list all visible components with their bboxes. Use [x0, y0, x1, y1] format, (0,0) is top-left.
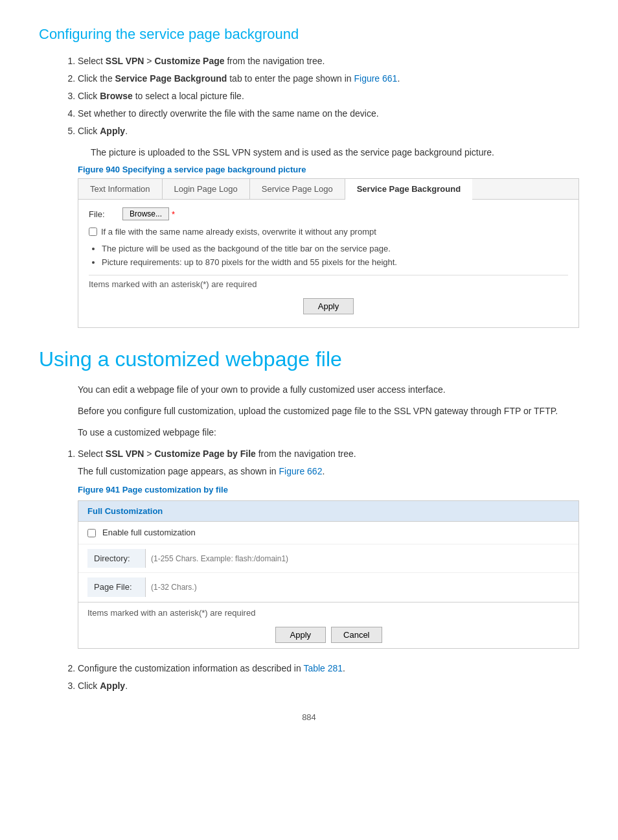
s2-step1-bold1: SSL VPN: [106, 449, 144, 459]
required-star: *: [172, 209, 175, 219]
cancel-button[interactable]: Cancel: [331, 627, 382, 643]
overwrite-checkbox-row: If a file with the same name already exi…: [89, 227, 568, 237]
fc-directory-inner: Directory:: [87, 549, 569, 568]
step1-5-result: The picture is uploaded to the SSL VPN s…: [91, 146, 579, 159]
s2-step1-sub: The full customization page appears, as …: [78, 465, 579, 478]
figure662-link[interactable]: Figure 662: [279, 466, 323, 476]
figure940-panel: Text Information Login Page Logo Service…: [78, 178, 579, 328]
panel-body: File: Browse... * If a file with the sam…: [78, 200, 578, 327]
overwrite-checkbox[interactable]: [89, 228, 97, 236]
step1-1-bold2: Customize Page: [154, 56, 224, 66]
tab-service-page-background[interactable]: Service Page Background: [345, 179, 472, 200]
section2-steps: Select SSL VPN > Customize Page by File …: [78, 447, 579, 649]
apply-button-1[interactable]: Apply: [303, 298, 354, 314]
to-use-label: To use a customized webpage file:: [78, 426, 579, 439]
fc-pagefile-label: Page File:: [87, 578, 146, 597]
figure940-label: Figure 940 Specifying a service page bac…: [78, 165, 579, 174]
fc-btn-row: Apply Cancel: [78, 623, 578, 648]
figure661-link[interactable]: Figure 661: [354, 73, 397, 84]
section1-title: Configuring the service page background: [39, 26, 579, 43]
fc-pagefile-input[interactable]: [146, 578, 569, 597]
s2-step1: Select SSL VPN > Customize Page by File …: [78, 447, 579, 649]
overwrite-label: If a file with the same name already exi…: [101, 227, 376, 237]
step1-3: Click Browse to select a local picture f…: [78, 89, 579, 103]
page-number: 884: [39, 712, 579, 722]
browse-button[interactable]: Browse...: [122, 207, 169, 220]
fc-pagefile-inner: Page File:: [87, 578, 569, 597]
step1-3-bold1: Browse: [100, 91, 133, 101]
file-label: File:: [89, 209, 115, 219]
apply-btn-row-1: Apply: [89, 294, 568, 320]
step1-1: Select SSL VPN > Customize Page from the…: [78, 54, 579, 68]
fc-pagefile-row: Page File:: [78, 573, 578, 602]
step1-2: Click the Service Page Background tab to…: [78, 72, 579, 86]
tab-login-page-logo[interactable]: Login Page Logo: [163, 179, 250, 199]
bullet-note-2: Picture requirements: up to 870 pixels f…: [102, 257, 568, 268]
fc-enable-checkbox[interactable]: [87, 529, 96, 537]
tab-text-information[interactable]: Text Information: [78, 179, 163, 199]
step1-2-bold1: Service Page Background: [115, 73, 227, 84]
s2-step1-bold2: Customize Page by File: [154, 449, 255, 459]
fc-directory-label: Directory:: [87, 549, 146, 568]
section2-steps-cont: Configure the customization information …: [78, 662, 579, 693]
step1-5-bold1: Apply: [100, 126, 125, 136]
section2-title: Using a customized webpage file: [39, 347, 579, 371]
s2-step2: Configure the customization information …: [78, 662, 579, 675]
required-note-1: Items marked with an asterisk(*) are req…: [89, 275, 568, 294]
fc-enable-label: Enable full customization: [102, 526, 196, 539]
required-note-2: Items marked with an asterisk(*) are req…: [78, 602, 578, 624]
table281-link[interactable]: Table 281: [303, 663, 343, 673]
file-row: File: Browse... *: [89, 207, 568, 220]
section2-para1: You can edit a webpage file of your own …: [78, 383, 579, 397]
fc-enable-row: Enable full customization: [78, 522, 578, 544]
figure941-panel: Full Customization Enable full customiza…: [78, 500, 579, 649]
s2-step3-bold: Apply: [100, 681, 125, 691]
section2-para2: Before you configure full customization,…: [78, 404, 579, 418]
step1-5: Click Apply.: [78, 124, 579, 138]
tab-bar: Text Information Login Page Logo Service…: [78, 179, 578, 200]
figure941-label: Figure 941 Page customization by file: [78, 484, 579, 496]
step1-1-bold1: SSL VPN: [106, 56, 144, 66]
tab-service-page-logo[interactable]: Service Page Logo: [250, 179, 345, 199]
fc-directory-input[interactable]: [146, 549, 569, 568]
bullet-note-1: The picture will be used as the backgoun…: [102, 243, 568, 255]
bullet-notes: The picture will be used as the backgoun…: [102, 243, 568, 268]
fc-header: Full Customization: [78, 501, 578, 522]
step1-4: Set whether to directly overwrite the fi…: [78, 107, 579, 121]
apply-button-2[interactable]: Apply: [275, 627, 326, 643]
s2-step3: Click Apply.: [78, 679, 579, 693]
section1-steps: Select SSL VPN > Customize Page from the…: [78, 54, 579, 138]
fc-directory-row: Directory:: [78, 544, 578, 574]
